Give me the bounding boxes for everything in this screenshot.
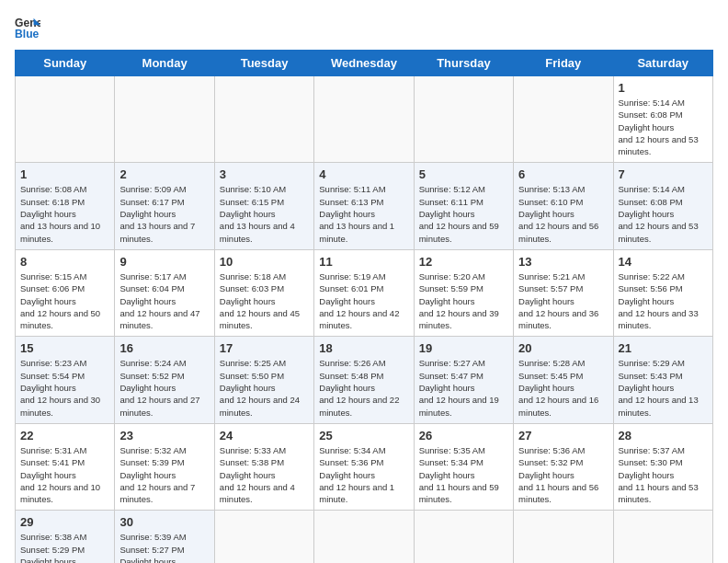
calendar-cell: 11 Sunrise: 5:19 AM Sunset: 6:01 PM Dayl… <box>314 249 414 336</box>
day-info: Sunrise: 5:34 AM Sunset: 5:36 PM Dayligh… <box>319 444 408 505</box>
day-info: Sunrise: 5:29 AM Sunset: 5:43 PM Dayligh… <box>619 357 708 418</box>
calendar-cell: 14 Sunrise: 5:22 AM Sunset: 5:56 PM Dayl… <box>613 249 712 336</box>
calendar-cell <box>414 76 513 163</box>
day-number: 6 <box>518 167 608 181</box>
day-info: Sunrise: 5:08 AM Sunset: 6:18 PM Dayligh… <box>20 183 109 244</box>
day-number: 15 <box>20 341 109 355</box>
day-info: Sunrise: 5:14 AM Sunset: 6:08 PM Dayligh… <box>619 183 708 244</box>
calendar-cell: 2 Sunrise: 5:09 AM Sunset: 6:17 PM Dayli… <box>115 163 214 249</box>
calendar-cell: 8 Sunrise: 5:15 AM Sunset: 6:06 PM Dayli… <box>16 249 115 336</box>
day-number: 8 <box>20 255 109 269</box>
calendar-cell: 26 Sunrise: 5:35 AM Sunset: 5:34 PM Dayl… <box>414 423 513 510</box>
calendar-cell <box>115 76 214 163</box>
day-info: Sunrise: 5:15 AM Sunset: 6:06 PM Dayligh… <box>20 270 109 331</box>
day-number: 22 <box>20 429 109 442</box>
day-number: 2 <box>119 167 209 181</box>
day-number: 19 <box>419 341 508 355</box>
day-number: 24 <box>220 429 309 442</box>
day-info: Sunrise: 5:33 AM Sunset: 5:38 PM Dayligh… <box>220 444 309 505</box>
day-number: 26 <box>419 429 508 442</box>
day-number: 25 <box>319 429 408 442</box>
calendar-cell <box>514 511 613 563</box>
calendar-cell <box>314 76 414 163</box>
day-info: Sunrise: 5:25 AM Sunset: 5:50 PM Dayligh… <box>220 357 309 418</box>
calendar-cell: 13 Sunrise: 5:21 AM Sunset: 5:57 PM Dayl… <box>514 249 613 336</box>
calendar-cell: 9 Sunrise: 5:17 AM Sunset: 6:04 PM Dayli… <box>115 249 214 336</box>
day-number: 11 <box>319 255 408 269</box>
day-info: Sunrise: 5:27 AM Sunset: 5:47 PM Dayligh… <box>419 357 508 418</box>
day-number: 13 <box>518 255 608 269</box>
day-number: 7 <box>619 167 708 181</box>
calendar-cell: 1 Sunrise: 5:14 AM Sunset: 6:08 PM Dayli… <box>613 76 712 163</box>
day-number: 28 <box>619 429 708 442</box>
day-number: 12 <box>419 255 508 269</box>
calendar-cell <box>214 76 313 163</box>
day-info: Sunrise: 5:35 AM Sunset: 5:34 PM Dayligh… <box>419 444 508 505</box>
calendar-cell: 16 Sunrise: 5:24 AM Sunset: 5:52 PM Dayl… <box>115 337 214 423</box>
calendar-cell <box>414 511 513 563</box>
day-info: Sunrise: 5:19 AM Sunset: 6:01 PM Dayligh… <box>319 270 408 331</box>
calendar-cell: 3 Sunrise: 5:10 AM Sunset: 6:15 PM Dayli… <box>214 163 313 249</box>
day-number: 10 <box>220 255 309 269</box>
day-number: 16 <box>119 341 209 355</box>
calendar-cell: 12 Sunrise: 5:20 AM Sunset: 5:59 PM Dayl… <box>414 249 513 336</box>
calendar-cell <box>613 511 712 563</box>
calendar-cell: 1 Sunrise: 5:08 AM Sunset: 6:18 PM Dayli… <box>16 163 115 249</box>
day-number: 4 <box>319 167 408 181</box>
calendar-cell: 6 Sunrise: 5:13 AM Sunset: 6:10 PM Dayli… <box>514 163 613 249</box>
day-number: 1 <box>619 81 708 95</box>
day-header-thursday: Thursday <box>414 51 513 76</box>
logo: General Blue <box>15 15 40 40</box>
day-header-monday: Monday <box>115 51 214 76</box>
day-info: Sunrise: 5:20 AM Sunset: 5:59 PM Dayligh… <box>419 270 508 331</box>
svg-text:Blue: Blue <box>15 28 40 40</box>
day-info: Sunrise: 5:09 AM Sunset: 6:17 PM Dayligh… <box>119 183 209 244</box>
calendar-cell: 19 Sunrise: 5:27 AM Sunset: 5:47 PM Dayl… <box>414 337 513 423</box>
day-info: Sunrise: 5:28 AM Sunset: 5:45 PM Dayligh… <box>518 357 608 418</box>
calendar-cell: 5 Sunrise: 5:12 AM Sunset: 6:11 PM Dayli… <box>414 163 513 249</box>
day-info: Sunrise: 5:21 AM Sunset: 5:57 PM Dayligh… <box>518 270 608 331</box>
day-header-tuesday: Tuesday <box>214 51 313 76</box>
day-info: Sunrise: 5:26 AM Sunset: 5:48 PM Dayligh… <box>319 357 408 418</box>
day-info: Sunrise: 5:13 AM Sunset: 6:10 PM Dayligh… <box>518 183 608 244</box>
calendar-cell <box>314 511 414 563</box>
calendar-cell: 10 Sunrise: 5:18 AM Sunset: 6:03 PM Dayl… <box>214 249 313 336</box>
day-info: Sunrise: 5:11 AM Sunset: 6:13 PM Dayligh… <box>319 183 408 244</box>
day-info: Sunrise: 5:32 AM Sunset: 5:39 PM Dayligh… <box>119 444 209 505</box>
day-number: 17 <box>220 341 309 355</box>
calendar-cell: 23 Sunrise: 5:32 AM Sunset: 5:39 PM Dayl… <box>115 423 214 510</box>
calendar-cell: 18 Sunrise: 5:26 AM Sunset: 5:48 PM Dayl… <box>314 337 414 423</box>
day-number: 3 <box>220 167 309 181</box>
day-number: 21 <box>619 341 708 355</box>
calendar-cell: 4 Sunrise: 5:11 AM Sunset: 6:13 PM Dayli… <box>314 163 414 249</box>
day-number: 5 <box>419 167 508 181</box>
calendar-cell <box>214 511 313 563</box>
day-header-saturday: Saturday <box>613 51 712 76</box>
page-header: General Blue <box>15 15 713 40</box>
calendar-cell: 25 Sunrise: 5:34 AM Sunset: 5:36 PM Dayl… <box>314 423 414 510</box>
calendar-cell: 27 Sunrise: 5:36 AM Sunset: 5:32 PM Dayl… <box>514 423 613 510</box>
calendar-cell: 20 Sunrise: 5:28 AM Sunset: 5:45 PM Dayl… <box>514 337 613 423</box>
calendar-cell: 29 Sunrise: 5:38 AM Sunset: 5:29 PM Dayl… <box>16 511 115 563</box>
day-info: Sunrise: 5:22 AM Sunset: 5:56 PM Dayligh… <box>619 270 708 331</box>
day-number: 1 <box>20 167 109 181</box>
calendar-cell <box>16 76 115 163</box>
day-info: Sunrise: 5:10 AM Sunset: 6:15 PM Dayligh… <box>220 183 309 244</box>
calendar-cell: 30 Sunrise: 5:39 AM Sunset: 5:27 PM Dayl… <box>115 511 214 563</box>
day-number: 27 <box>518 429 608 442</box>
day-header-sunday: Sunday <box>16 51 115 76</box>
day-info: Sunrise: 5:39 AM Sunset: 5:27 PM Dayligh… <box>119 531 209 563</box>
day-info: Sunrise: 5:24 AM Sunset: 5:52 PM Dayligh… <box>119 357 209 418</box>
day-header-friday: Friday <box>514 51 613 76</box>
calendar-cell: 15 Sunrise: 5:23 AM Sunset: 5:54 PM Dayl… <box>16 337 115 423</box>
day-info: Sunrise: 5:17 AM Sunset: 6:04 PM Dayligh… <box>119 270 209 331</box>
day-number: 20 <box>518 341 608 355</box>
day-info: Sunrise: 5:23 AM Sunset: 5:54 PM Dayligh… <box>20 357 109 418</box>
day-info: Sunrise: 5:38 AM Sunset: 5:29 PM Dayligh… <box>20 531 109 563</box>
day-header-wednesday: Wednesday <box>314 51 414 76</box>
day-info: Sunrise: 5:14 AM Sunset: 6:08 PM Dayligh… <box>619 97 708 157</box>
calendar-cell: 21 Sunrise: 5:29 AM Sunset: 5:43 PM Dayl… <box>613 337 712 423</box>
day-number: 18 <box>319 341 408 355</box>
day-info: Sunrise: 5:31 AM Sunset: 5:41 PM Dayligh… <box>20 444 109 505</box>
calendar-cell: 17 Sunrise: 5:25 AM Sunset: 5:50 PM Dayl… <box>214 337 313 423</box>
